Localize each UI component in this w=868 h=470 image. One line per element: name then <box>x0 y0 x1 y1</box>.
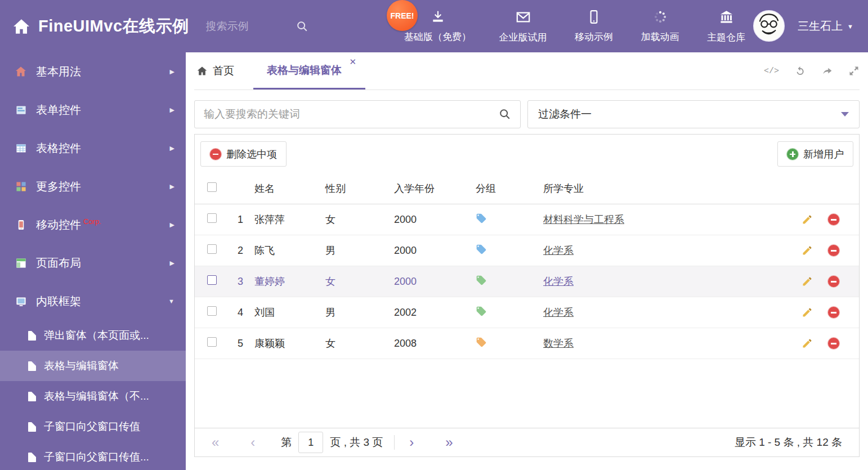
column-header-year[interactable]: 入学年份 <box>394 182 476 195</box>
first-page-icon[interactable]: « <box>212 436 219 449</box>
free-badge: FREE! <box>387 0 418 31</box>
chevron-down-icon: ▼ <box>168 298 175 305</box>
chevron-right-icon: ▶ <box>170 221 175 229</box>
cell-year: 2000 <box>394 276 476 288</box>
sidebar-item-form-controls[interactable]: 表单控件 ▶ <box>0 91 186 129</box>
edit-icon[interactable] <box>802 214 813 225</box>
row-checkbox[interactable] <box>207 306 217 316</box>
row-number: 1 <box>226 214 254 226</box>
top-header: FineUIMvc在线示例 FREE! 基础版（免费） 企业版试用 <box>0 0 868 52</box>
cell-year: 2000 <box>394 245 476 257</box>
grid-panel: 删除选中项 新增用户 姓名 性别 入学年份 分组 所学专业 <box>194 134 860 457</box>
nav-theme-repo[interactable]: 主题仓库 <box>704 5 749 48</box>
search-icon[interactable] <box>499 108 511 120</box>
refresh-icon[interactable] <box>794 65 806 77</box>
record-summary: 显示 1 - 5 条 , 共 12 条 <box>735 435 842 450</box>
row-checkbox[interactable] <box>207 337 217 347</box>
tag-icon <box>476 306 487 317</box>
major-link[interactable]: 化学系 <box>543 245 574 256</box>
nav-loading-animation[interactable]: 加载动画 <box>638 5 683 48</box>
user-menu[interactable]: 三生石上 ▼ <box>798 0 853 52</box>
select-all-checkbox[interactable] <box>207 182 217 192</box>
home-icon <box>196 65 208 77</box>
table-row[interactable]: 5 康颖颖 女 2008 数学系 <box>195 328 859 359</box>
avatar[interactable] <box>753 10 785 42</box>
sidebar-item-basic-usage[interactable]: 基本用法 ▶ <box>0 52 186 91</box>
cell-gender: 女 <box>325 213 394 226</box>
delete-selected-button[interactable]: 删除选中项 <box>200 141 287 167</box>
edit-icon[interactable] <box>802 307 813 318</box>
file-icon <box>28 392 36 401</box>
phone-icon <box>15 220 27 230</box>
column-header-name[interactable]: 姓名 <box>254 182 325 195</box>
row-checkbox[interactable] <box>207 275 217 285</box>
row-checkbox[interactable] <box>207 213 217 223</box>
edit-icon[interactable] <box>802 245 813 256</box>
row-number: 2 <box>226 245 254 257</box>
close-icon[interactable]: ✕ <box>349 57 356 66</box>
nav-label: 基础版（免费） <box>404 30 471 43</box>
cell-name: 康颖颖 <box>254 337 325 350</box>
column-header-group[interactable]: 分组 <box>476 182 543 195</box>
header-search-input[interactable] <box>206 20 290 33</box>
major-link[interactable]: 材料科学与工程系 <box>543 214 624 225</box>
edit-icon[interactable] <box>802 338 813 349</box>
cell-name: 刘国 <box>254 306 325 319</box>
nav-mobile-demo[interactable]: 移动示例 <box>571 5 616 48</box>
cell-name: 董婷婷 <box>254 275 325 288</box>
sidebar-subitem-grid-edit-window[interactable]: 表格与编辑窗体 <box>0 351 186 381</box>
bank-icon <box>719 10 734 27</box>
table-row[interactable]: 3 董婷婷 女 2000 化学系 <box>195 266 859 297</box>
nav-label: 主题仓库 <box>707 31 745 44</box>
widgets-icon <box>15 181 27 192</box>
expand-icon[interactable] <box>848 65 860 77</box>
delete-icon[interactable] <box>828 307 839 318</box>
app-window: FineUIMvc在线示例 FREE! 基础版（免费） 企业版试用 <box>0 0 868 470</box>
prev-page-icon[interactable]: ‹ <box>250 436 255 449</box>
filter-dropdown[interactable]: 过滤条件一 <box>527 100 860 128</box>
delete-icon[interactable] <box>828 276 839 287</box>
delete-icon[interactable] <box>828 338 839 349</box>
file-icon <box>28 422 36 432</box>
table-row[interactable]: 4 刘国 男 2002 化学系 <box>195 297 859 328</box>
sidebar-subitem-child-to-parent-2[interactable]: 子窗口向父窗口传值... <box>0 442 186 470</box>
sidebar-item-iframe[interactable]: 内联框架 ▼ <box>0 282 186 320</box>
tag-icon <box>476 337 487 348</box>
sidebar-item-grid-controls[interactable]: 表格控件 ▶ <box>0 129 186 167</box>
column-header-gender[interactable]: 性别 <box>325 182 394 195</box>
major-link[interactable]: 化学系 <box>543 276 574 287</box>
last-page-icon[interactable]: » <box>445 436 453 449</box>
page-number-input[interactable] <box>298 432 323 453</box>
row-number: 3 <box>226 276 254 288</box>
brand-home-icon[interactable] <box>12 17 30 35</box>
major-link[interactable]: 数学系 <box>543 338 574 349</box>
next-page-icon[interactable]: › <box>409 436 414 449</box>
forward-icon[interactable] <box>821 65 833 77</box>
pagination-bar: « ‹ 第 页 , 共 3 页 › » 显示 1 - 5 条 , 共 12 条 <box>195 428 859 456</box>
header-search-icon[interactable] <box>296 20 308 33</box>
column-header-major[interactable]: 所学专业 <box>543 182 797 195</box>
delete-icon[interactable] <box>828 214 839 225</box>
table-body: 1 张萍萍 女 2000 材料科学与工程系 2 陈飞 男 2000 化学系 <box>195 204 859 359</box>
tab-home[interactable]: 首页 <box>194 52 244 89</box>
tag-icon <box>476 244 487 255</box>
row-checkbox[interactable] <box>207 244 217 254</box>
delete-icon[interactable] <box>828 245 839 256</box>
file-icon <box>28 453 36 462</box>
add-user-button[interactable]: 新增用户 <box>777 141 853 167</box>
table-row[interactable]: 1 张萍萍 女 2000 材料科学与工程系 <box>195 204 859 235</box>
nav-enterprise-trial[interactable]: 企业版试用 <box>496 5 551 48</box>
major-link[interactable]: 化学系 <box>543 307 574 318</box>
source-code-icon[interactable]: </> <box>764 66 779 76</box>
sidebar-item-mobile-controls[interactable]: 移动控件 Corp. ▶ <box>0 205 186 244</box>
sidebar-subitem-grid-edit-window-2[interactable]: 表格与编辑窗体（不... <box>0 381 186 411</box>
table-row[interactable]: 2 陈飞 男 2000 化学系 <box>195 235 859 266</box>
sidebar-item-more-controls[interactable]: 更多控件 ▶ <box>0 167 186 205</box>
keyword-search-input[interactable] <box>195 108 499 120</box>
tab-grid-edit-window[interactable]: 表格与编辑窗体 ✕ <box>253 52 365 89</box>
sidebar-item-page-layout[interactable]: 页面布局 ▶ <box>0 244 186 282</box>
edit-icon[interactable] <box>802 276 813 287</box>
sidebar-subitem-popup-window[interactable]: 弹出窗体（本页面或... <box>0 320 186 351</box>
cell-year: 2000 <box>394 214 476 226</box>
sidebar-subitem-child-to-parent[interactable]: 子窗口向父窗口传值 <box>0 411 186 442</box>
